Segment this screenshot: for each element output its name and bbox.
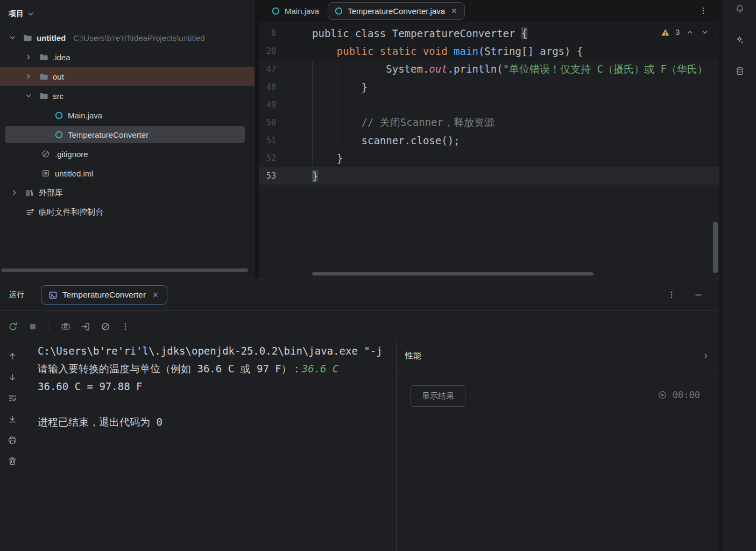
project-tree: untitledC:\Users\b're'ri'l\IdeaProjects\… — [0, 28, 255, 279]
line-number: 52 — [259, 153, 276, 163]
class-icon — [271, 6, 280, 16]
clear-icon — [101, 322, 110, 331]
scroll-to-bottom-button[interactable] — [5, 370, 20, 385]
tree-item-path: C:\Users\b're'ri'l\IdeaProjects\untitled — [73, 33, 205, 43]
stop-icon — [28, 322, 38, 331]
chevron-down-icon — [6, 33, 18, 43]
console-line-2: 请输入要转换的温度与单位（例如 36.6 C 或 97 F）：36.6 C — [38, 360, 396, 378]
code-area[interactable]: 47 System.out.println("单位错误！仅支持 C（摄氏）或 F… — [259, 60, 719, 279]
line-number: 47 — [259, 65, 276, 74]
clear-all-button[interactable] — [98, 319, 113, 334]
code-line-8[interactable]: 8public class TemperatureConverter { — [259, 24, 719, 42]
editor-tab-label: TemperatureConverter.java — [348, 6, 445, 16]
panel-splitter[interactable] — [255, 0, 259, 279]
tree-item-temperature-converter[interactable]: TemperatureConverter — [0, 125, 255, 144]
tree-item-main-java[interactable]: Main.java — [0, 105, 255, 125]
run-content: C:\Users\b're'ri'l\.jdks\openjdk-25.0.2\… — [0, 342, 719, 551]
code-line-48[interactable]: 48 } — [259, 78, 719, 96]
clear-console-button[interactable] — [5, 454, 20, 469]
import-icon — [81, 322, 90, 331]
print-button[interactable] — [5, 433, 20, 448]
tree-item-untitled-iml[interactable]: untitled.iml — [0, 164, 255, 183]
class-icon — [334, 6, 343, 16]
performance-panel: 性能 显示结果 00:00 — [396, 342, 719, 551]
scroll-to-top-button[interactable] — [5, 349, 20, 364]
camera-icon — [61, 322, 70, 331]
project-tool-window: 项目 untitledC:\Users\b're'ri'l\IdeaProjec… — [0, 0, 255, 279]
close-icon[interactable] — [151, 290, 160, 300]
scratch-icon — [25, 207, 34, 217]
tree-item-label: .gitignore — [55, 150, 88, 159]
project-header: 项目 — [0, 0, 255, 28]
editor-tab-main-java[interactable]: Main.java — [264, 0, 326, 22]
tree-item-label: untitled — [37, 33, 66, 43]
code-line-52[interactable]: 52 } — [259, 149, 719, 167]
up-icon — [8, 351, 17, 361]
minimize-button[interactable] — [691, 287, 706, 302]
code-line-20[interactable]: 20 public static void main(String[] args… — [259, 42, 719, 60]
console-line-1: C:\Users\b're'ri'l\.jdks\openjdk-25.0.2\… — [38, 342, 396, 360]
class-icon — [54, 130, 63, 139]
performance-header: 性能 — [397, 342, 719, 370]
run-header: 运行 TemperatureConverter — [0, 279, 719, 311]
editor-vertical-scrollbar[interactable] — [713, 222, 718, 273]
line-number: 49 — [259, 100, 276, 110]
performance-body: 显示结果 00:00 — [397, 370, 719, 551]
tree-item-external-libraries[interactable]: 外部库 — [0, 183, 255, 202]
ai-assistant-button[interactable] — [732, 32, 747, 47]
code-line-53[interactable]: 53} — [259, 167, 719, 185]
module-icon — [41, 168, 51, 178]
run-tab[interactable]: TemperatureConverter — [41, 285, 167, 305]
timer-icon — [658, 390, 667, 400]
tree-item-untitled[interactable]: untitledC:\Users\b're'ri'l\IdeaProjects\… — [0, 28, 255, 47]
run-more-button[interactable] — [664, 287, 679, 302]
editor-tabs-more-button[interactable] — [696, 3, 711, 18]
rerun-button[interactable] — [5, 319, 20, 334]
code-line-49[interactable]: 49 — [259, 96, 719, 114]
console-output: C:\Users\b're'ri'l\.jdks\openjdk-25.0.2\… — [25, 342, 396, 551]
code-line-51[interactable]: 51 scanner.close(); — [259, 131, 719, 149]
tree-item-gitignore[interactable]: .gitignore — [0, 144, 255, 164]
notifications-button[interactable] — [732, 1, 747, 16]
editor-tabbar: Main.javaTemperatureConverter.java — [259, 0, 719, 22]
toolbar-more-button[interactable] — [118, 319, 133, 334]
soft-wrap-button[interactable] — [5, 391, 20, 406]
stop-button[interactable] — [25, 319, 40, 334]
code-line-50[interactable]: 50 // 关闭Scanner，释放资源 — [259, 114, 719, 131]
line-number: 48 — [259, 82, 276, 92]
code-text: } — [312, 81, 719, 93]
tree-item-label: .idea — [53, 53, 70, 62]
tree-item-label: out — [53, 72, 64, 81]
run-panel-title[interactable]: 运行 — [9, 290, 24, 300]
project-horizontal-scrollbar[interactable] — [1, 269, 248, 272]
code-text: System.out.println("单位错误！仅支持 C（摄氏）或 F（华氏… — [312, 62, 719, 76]
project-panel-title[interactable]: 项目 — [9, 9, 24, 19]
tree-item-src[interactable]: src — [0, 86, 255, 105]
editor-tab-temperature-converter-java[interactable]: TemperatureConverter.java — [328, 2, 465, 20]
library-icon — [25, 188, 34, 197]
chevron-right-icon[interactable] — [701, 351, 711, 361]
code-line-47[interactable]: 47 System.out.println("单位错误！仅支持 C（摄氏）或 F… — [259, 60, 719, 78]
prev-warning-icon[interactable] — [685, 27, 695, 37]
database-button[interactable] — [732, 63, 747, 79]
run-tool-window: 运行 TemperatureConverter C:\Users\b're'ri… — [0, 279, 719, 551]
editor-horizontal-scrollbar[interactable] — [312, 272, 594, 276]
folder-icon — [39, 91, 48, 101]
scroll-to-end-button[interactable] — [5, 412, 20, 427]
database-icon — [735, 66, 745, 76]
timer: 00:00 — [658, 390, 700, 400]
performance-title: 性能 — [405, 351, 421, 361]
run-header-actions — [664, 287, 706, 302]
tree-item-scratches-and-consoles[interactable]: 临时文件和控制台 — [0, 202, 255, 222]
chevron-down-icon[interactable] — [26, 9, 36, 19]
inspections-widget[interactable]: 3 — [657, 25, 713, 39]
thread-dump-button[interactable] — [58, 319, 73, 334]
editor-area: Main.javaTemperatureConverter.java 8publ… — [259, 0, 719, 279]
tree-item-idea[interactable]: .idea — [0, 47, 255, 67]
next-warning-icon[interactable] — [700, 27, 710, 37]
import-results-button[interactable] — [78, 319, 93, 334]
show-results-button[interactable]: 显示结果 — [411, 385, 465, 407]
console-gutter-toolbar — [0, 342, 25, 551]
warning-count: 3 — [675, 28, 680, 37]
tree-item-out[interactable]: out — [0, 67, 255, 86]
